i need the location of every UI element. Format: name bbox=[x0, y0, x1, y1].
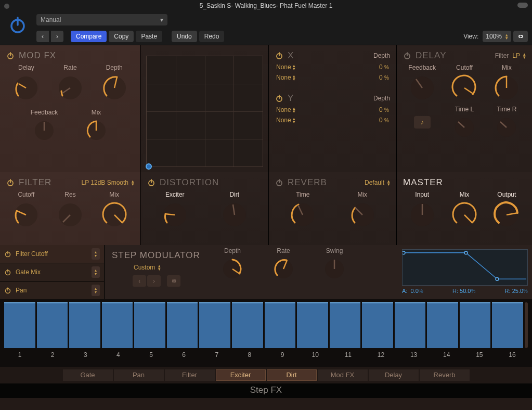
modfx-rate-knob[interactable] bbox=[57, 74, 84, 101]
paste-button[interactable]: Paste bbox=[136, 31, 162, 42]
delay-feedback-knob[interactable] bbox=[409, 74, 436, 101]
mod-slot-3[interactable]: Pan ▴▾ bbox=[0, 281, 104, 299]
filter-title: FILTER bbox=[19, 177, 51, 188]
filter-mix-knob[interactable] bbox=[101, 201, 128, 228]
stepmod-preset-select[interactable]: Custom▴▾ bbox=[134, 264, 201, 271]
compare-button[interactable]: Compare bbox=[71, 31, 107, 42]
step-bar-16[interactable] bbox=[492, 302, 523, 348]
modfx-depth-knob[interactable] bbox=[101, 74, 128, 101]
step-bar-11[interactable] bbox=[330, 302, 361, 348]
power-icon[interactable] bbox=[4, 250, 11, 258]
master-output-knob[interactable] bbox=[493, 201, 520, 228]
reverb-time-knob[interactable] bbox=[289, 201, 316, 228]
stepmod-title: STEP MODULATOR bbox=[112, 250, 201, 261]
step-bar-4[interactable] bbox=[102, 302, 133, 348]
filter-power-icon[interactable] bbox=[6, 178, 15, 187]
distortion-dirt-knob[interactable] bbox=[221, 201, 248, 228]
power-icon[interactable] bbox=[4, 287, 11, 294]
x-power-icon[interactable] bbox=[275, 52, 283, 60]
redo-button[interactable]: Redo bbox=[199, 31, 225, 42]
preset-next-button[interactable]: › bbox=[51, 31, 63, 42]
master-mix-knob[interactable] bbox=[451, 201, 478, 228]
undo-button[interactable]: Undo bbox=[172, 31, 197, 42]
x-title: X bbox=[288, 50, 294, 61]
stepper-icon[interactable]: ▴▾ bbox=[92, 248, 100, 260]
step-bar-14[interactable] bbox=[427, 302, 458, 348]
master-input-knob[interactable] bbox=[409, 201, 436, 228]
tab-dirt[interactable]: Dirt bbox=[267, 369, 317, 381]
step-bar-9[interactable] bbox=[265, 302, 296, 348]
filter-res-knob[interactable] bbox=[57, 201, 84, 228]
x-assign-2[interactable]: None▴▾0 % bbox=[270, 72, 395, 83]
stepmod-rate-knob[interactable] bbox=[272, 258, 295, 280]
copy-button[interactable]: Copy bbox=[109, 31, 134, 42]
y-assign-2[interactable]: None▴▾0 % bbox=[270, 115, 395, 125]
stepmod-prev-button[interactable]: ‹ bbox=[133, 275, 146, 287]
modfx-power-icon[interactable] bbox=[6, 52, 15, 60]
delay-timel-knob[interactable] bbox=[453, 116, 476, 139]
step-bar-15[interactable] bbox=[460, 302, 491, 348]
step-sequencer[interactable] bbox=[4, 302, 528, 348]
delay-timer-knob[interactable] bbox=[495, 116, 518, 139]
reverb-power-icon[interactable] bbox=[275, 178, 283, 187]
power-icon[interactable] bbox=[4, 268, 11, 276]
step-end-handle[interactable] bbox=[525, 302, 528, 348]
tab-mod-fx[interactable]: Mod FX bbox=[318, 369, 368, 381]
modfx-delay-knob[interactable] bbox=[12, 74, 40, 101]
delay-filter-select[interactable]: Filter LP ▴▾ bbox=[495, 52, 526, 59]
xy-handle[interactable] bbox=[146, 163, 152, 170]
tab-reverb[interactable]: Reverb bbox=[420, 369, 470, 381]
tab-exciter[interactable]: Exciter bbox=[216, 369, 266, 381]
envelope-display[interactable] bbox=[402, 249, 528, 286]
delay-mix-knob[interactable] bbox=[493, 74, 520, 101]
xy-pad[interactable] bbox=[146, 56, 263, 167]
y-assign-1[interactable]: None▴▾0 % bbox=[270, 105, 395, 115]
zoom-select[interactable]: 100% ▴▾ bbox=[483, 31, 511, 42]
tab-filter[interactable]: Filter bbox=[165, 369, 215, 381]
step-bar-12[interactable] bbox=[362, 302, 393, 348]
tab-delay[interactable]: Delay bbox=[369, 369, 419, 381]
env-hold[interactable]: H: 50.0% bbox=[452, 288, 475, 294]
window-control-pill[interactable] bbox=[517, 3, 528, 8]
step-bar-5[interactable] bbox=[134, 302, 165, 348]
window-close-dot[interactable] bbox=[4, 4, 9, 9]
preset-select[interactable]: Manual ▾ bbox=[36, 14, 167, 25]
tab-pan[interactable]: Pan bbox=[114, 369, 164, 381]
step-bar-10[interactable] bbox=[297, 302, 328, 348]
env-release[interactable]: R: 25.0% bbox=[505, 288, 528, 294]
preset-prev-button[interactable]: ‹ bbox=[36, 31, 49, 42]
step-bar-13[interactable] bbox=[395, 302, 426, 348]
filter-cutoff-knob[interactable] bbox=[12, 201, 40, 228]
stepmod-settings-button[interactable]: ✻ bbox=[167, 275, 180, 287]
step-number: 12 bbox=[365, 348, 396, 363]
env-attack[interactable]: A: 0.0% bbox=[402, 288, 423, 294]
step-bar-8[interactable] bbox=[232, 302, 263, 348]
step-bar-6[interactable] bbox=[167, 302, 198, 348]
stepper-icon[interactable]: ▴▾ bbox=[92, 266, 100, 278]
reverb-preset-select[interactable]: Default▴▾ bbox=[365, 179, 390, 186]
stepmod-swing-knob[interactable] bbox=[323, 258, 346, 280]
y-power-icon[interactable] bbox=[275, 94, 283, 102]
stepmod-next-button[interactable]: › bbox=[147, 275, 161, 287]
stepmod-depth-knob[interactable] bbox=[221, 258, 244, 280]
delay-power-icon[interactable] bbox=[403, 52, 411, 60]
plugin-power-button[interactable] bbox=[7, 15, 28, 35]
step-bar-7[interactable] bbox=[199, 302, 230, 348]
reverb-mix-knob[interactable] bbox=[349, 201, 376, 228]
step-bar-1[interactable] bbox=[4, 302, 35, 348]
filter-mode-select[interactable]: LP 12dB Smooth▴▾ bbox=[81, 179, 134, 186]
sync-button[interactable]: ♪ bbox=[414, 116, 431, 129]
modfx-feedback-knob[interactable] bbox=[33, 119, 56, 142]
x-assign-1[interactable]: None▴▾0 % bbox=[270, 62, 395, 72]
mod-slot-2[interactable]: Gate Mix ▴▾ bbox=[0, 263, 104, 281]
tab-gate[interactable]: Gate bbox=[63, 369, 113, 381]
distortion-power-icon[interactable] bbox=[147, 178, 155, 187]
link-button[interactable] bbox=[513, 31, 528, 42]
step-bar-3[interactable] bbox=[69, 302, 100, 348]
delay-cutoff-knob[interactable] bbox=[451, 74, 478, 101]
step-bar-2[interactable] bbox=[37, 302, 68, 348]
stepper-icon[interactable]: ▴▾ bbox=[92, 285, 100, 296]
mod-slot-1[interactable]: Filter Cutoff ▴▾ bbox=[0, 245, 104, 263]
modfx-mix-knob[interactable] bbox=[85, 119, 108, 142]
distortion-exciter-knob[interactable] bbox=[161, 201, 188, 228]
